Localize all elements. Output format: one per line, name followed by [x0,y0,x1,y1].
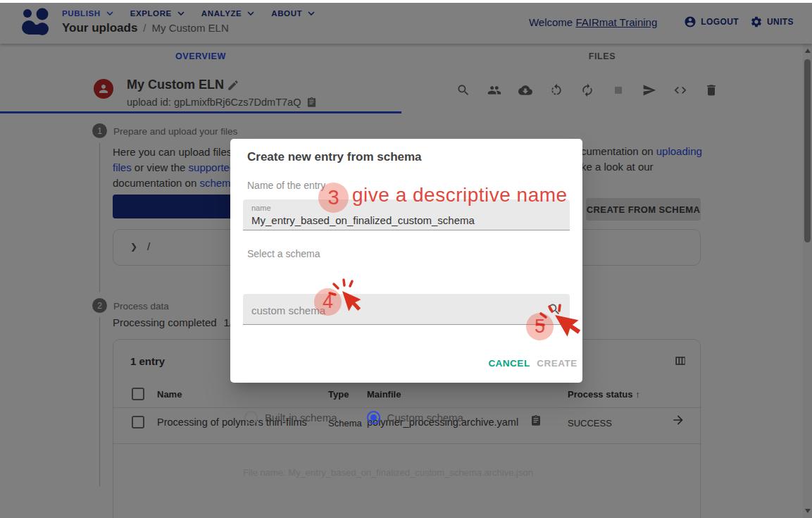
annotation-step3-badge: 3 [318,183,349,213]
custom-schema-radio-label[interactable]: Custom schema [387,412,463,424]
builtin-schema-radio[interactable] [244,411,258,424]
create-entry-dialog: Create new entry from schema Name of the… [230,139,582,383]
schema-type-radio-group: Built-in schema Custom schema [244,411,463,424]
annotation-step3-text: give a descriptive name [352,184,568,206]
file-name-helper: File name: My_entry_based_on_finalized_c… [243,467,533,478]
name-section-label: Name of the entry [247,180,325,191]
radio-selected-dot [370,414,377,421]
annotation-click-cursor-icon [534,302,603,362]
custom-schema-radio[interactable] [367,411,380,424]
builtin-schema-radio-label[interactable]: Built-in schema [265,412,337,424]
custom-schema-field[interactable] [243,294,570,325]
schema-section-label: Select a schema [247,248,320,259]
cancel-button[interactable]: CANCEL [485,354,534,372]
annotation-click-cursor-icon [325,276,387,330]
custom-schema-input[interactable] [251,302,542,318]
nomad-upload-page: PUBLISH EXPLORE ANALYZE ABOUT Your uploa… [0,0,812,518]
top-edge-strip [0,0,812,3]
entry-name-field-label: name [251,204,271,212]
entry-name-input[interactable] [251,212,542,228]
dialog-title: Create new entry from schema [247,150,422,164]
